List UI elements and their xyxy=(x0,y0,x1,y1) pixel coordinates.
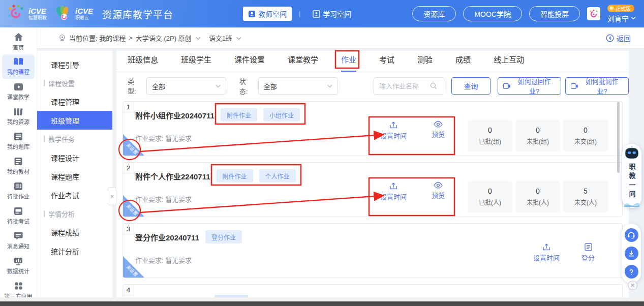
assignment-index: 1 xyxy=(123,102,134,113)
set-time-action[interactable]: 设置时间 xyxy=(527,243,566,262)
menu-item-statistical-analysis[interactable]: 统计分析 xyxy=(37,241,112,260)
breadcrumb-separator: > xyxy=(129,34,133,42)
user-menu[interactable]: 刘宵宁 xyxy=(607,13,636,23)
mooc-academy-button[interactable]: MOOC学院 xyxy=(463,6,522,21)
menu-section-course-settings: 课程设置 xyxy=(37,74,112,92)
statistics-icon xyxy=(14,257,23,265)
icve-swirl-logo-icon xyxy=(7,4,24,23)
eye-icon xyxy=(434,121,443,128)
stat-ungraded: 0未批(组) xyxy=(515,120,560,151)
nav-divider: | xyxy=(299,10,300,17)
chevron-down-icon xyxy=(196,37,201,40)
sidebar-item-my-textbooks[interactable]: 我的教材 xyxy=(2,154,35,178)
help-review-homework-button[interactable]: 如何批阅作业? xyxy=(565,77,629,95)
back-button[interactable]: 返回 xyxy=(606,33,631,43)
sidebar-item-my-resources[interactable]: 我的资源 xyxy=(2,104,35,129)
query-button[interactable]: 查询 xyxy=(451,77,490,95)
homework-search-input[interactable] xyxy=(379,82,430,90)
resource-library-button[interactable]: 资源库 xyxy=(412,6,456,21)
tab-homework[interactable]: 作业 xyxy=(341,54,356,72)
back-arrow-icon xyxy=(606,34,614,42)
smart-cast-button[interactable]: 智能投屏 xyxy=(529,6,580,21)
stat-graded: 0已批(组) xyxy=(468,120,512,151)
stat-ungraded: 0未批(人) xyxy=(515,181,560,212)
menu-item-course-grades[interactable]: 课程成绩 xyxy=(37,223,112,241)
vertical-scrollbar[interactable] xyxy=(617,102,620,173)
search-icon[interactable] xyxy=(430,82,437,89)
type-filter-select[interactable]: 全部 xyxy=(146,77,226,95)
set-time-action[interactable]: 设置时间 xyxy=(374,121,413,140)
tab-courseware-settings[interactable]: 课件设置 xyxy=(234,54,265,72)
message-icon xyxy=(14,232,23,240)
location-icon xyxy=(58,34,66,42)
stat-unsubmitted: 5未交(人) xyxy=(563,181,608,212)
top-header: iCVE 智慧职教 iCVE 职教云 资源库教学平台 xyxy=(0,0,644,27)
sidebar-item-messages[interactable]: 消息通知 xyxy=(2,229,35,253)
sidebar-item-statistics[interactable]: 数据统计 xyxy=(2,254,35,278)
help-button[interactable] xyxy=(625,265,638,279)
main-panel: 班级信息 班级学生 课件设置 课堂教学 作业 考试 测验 成绩 线上互动 类型:… xyxy=(116,51,629,306)
sidebar-item-classroom-teaching[interactable]: 课堂教学 xyxy=(2,79,35,104)
username: 刘宵宁 xyxy=(607,13,629,23)
page-bottom-edge xyxy=(0,297,644,301)
breadcrumb: 当前位置: 我的课程 > 大学语文 (2P) 原创 语文1班 返回 xyxy=(37,27,644,49)
preview-action[interactable]: 预览 xyxy=(419,121,457,139)
tag-group-homework: 小组作业 xyxy=(263,108,300,121)
open-book-icon xyxy=(13,57,23,66)
breadcrumb-class-dropdown[interactable]: 语文1班 xyxy=(209,33,232,43)
enter-scores-action[interactable]: 登分 xyxy=(569,243,607,262)
robot-icon xyxy=(624,146,640,160)
ai-assistant-widget[interactable]: 职教一问 xyxy=(622,144,641,208)
tag-score-entry-homework: 登分作业 xyxy=(205,230,242,243)
menu-item-homework-exam[interactable]: 作业考试 xyxy=(37,186,112,204)
video-camera-icon xyxy=(571,83,578,89)
dock-close-button[interactable]: ✕ xyxy=(628,281,637,290)
quick-dock xyxy=(622,224,641,283)
set-time-icon xyxy=(542,243,550,251)
assignment-index: 3 xyxy=(123,224,134,235)
eye-icon xyxy=(434,182,443,189)
menu-item-course-design[interactable]: 课程设计 xyxy=(37,148,112,167)
status-filter-select[interactable]: 全部 xyxy=(258,77,338,95)
set-time-action[interactable]: 设置时间 xyxy=(374,182,413,201)
breadcrumb-course-dropdown[interactable]: 大学语文 (2P) 原创 xyxy=(136,33,192,43)
platform-title: 资源库教学平台 xyxy=(102,7,173,21)
tab-online-interaction[interactable]: 线上互动 xyxy=(494,54,524,72)
sidebar-item-pending-homework[interactable]: 待批作业 xyxy=(2,179,35,203)
menu-item-course-guide[interactable]: 课程引导 xyxy=(37,55,112,74)
teacher-space-button[interactable]: 教师空间 xyxy=(243,7,292,21)
assignment-card-4: 4 xyxy=(122,284,623,298)
stat-graded: 0已批(人) xyxy=(468,181,512,212)
stat-unsubmitted: 0未交(组) xyxy=(563,120,608,151)
tab-exam[interactable]: 考试 xyxy=(379,54,394,72)
chevron-down-icon xyxy=(236,37,241,40)
tab-class-info[interactable]: 班级信息 xyxy=(128,54,158,72)
menu-section-teaching-tasks: 教学任务 xyxy=(37,130,112,148)
menu-item-course-management[interactable]: 课程管理 xyxy=(37,92,112,111)
tab-grades[interactable]: 成绩 xyxy=(455,54,471,72)
download-button[interactable] xyxy=(625,247,638,260)
tab-class-students[interactable]: 班级学生 xyxy=(181,54,211,72)
menu-item-class-management[interactable]: 班级管理 xyxy=(37,111,112,130)
mini-logo-icon xyxy=(587,7,600,20)
sidebar-item-my-question-bank[interactable]: 我的题库 xyxy=(2,129,35,154)
sidebar-item-my-courses[interactable]: 我的课程 xyxy=(2,54,35,79)
medal-icon xyxy=(609,6,614,11)
icve-primary-logo-text: iCVE 智慧职教 xyxy=(28,7,47,20)
sidebar-item-pending-exams[interactable]: 待批考试 xyxy=(2,204,35,228)
sidebar-item-home[interactable]: 首页 xyxy=(2,29,35,54)
breadcrumb-label: 当前位置: 我的课程 xyxy=(69,33,126,43)
tab-classroom-teaching[interactable]: 课堂教学 xyxy=(288,54,318,72)
student-space-button[interactable]: 学习空间 xyxy=(308,7,356,21)
pending-exam-icon xyxy=(14,207,23,216)
customer-service-button[interactable] xyxy=(625,228,638,242)
tab-quiz[interactable]: 测验 xyxy=(417,54,433,72)
course-menu: 课程引导 课程设置 课程管理 班级管理 教学任务 课程设计 课程题库 作业考试 … xyxy=(37,51,112,306)
preview-action[interactable]: 预览 xyxy=(419,182,457,200)
apps-grid-icon xyxy=(14,282,23,290)
set-time-icon xyxy=(389,182,397,190)
sidebar-collapse-button[interactable]: « xyxy=(108,187,116,205)
menu-item-course-question-bank[interactable]: 课程题库 xyxy=(37,167,112,186)
help-return-homework-button[interactable]: 如何退回作业? xyxy=(498,77,561,95)
video-play-icon xyxy=(14,83,23,91)
